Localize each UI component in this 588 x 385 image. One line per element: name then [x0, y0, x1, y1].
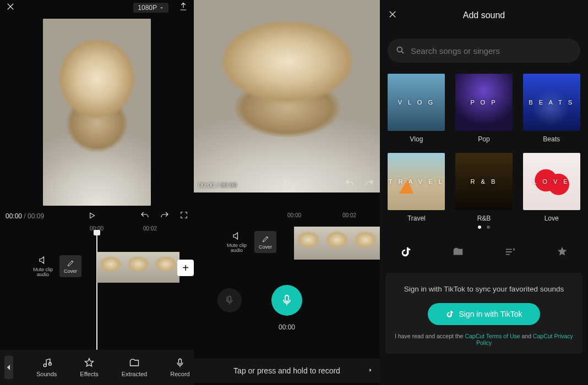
category-thumb: B E A T S [523, 74, 580, 131]
record-hint-bar[interactable]: Tap or press and hold to record [194, 359, 380, 383]
play-icon[interactable] [88, 211, 96, 222]
close-icon[interactable] [6, 2, 15, 14]
category-vlog[interactable]: V L O GVlog [388, 74, 445, 143]
tab-local[interactable] [452, 246, 464, 260]
chevron-right-icon [368, 366, 373, 376]
timeline-track[interactable]: Mute clip audio Cover + [0, 233, 194, 343]
category-label: Travel [407, 215, 426, 222]
category-r&b[interactable]: R & BR&B [455, 153, 513, 222]
page-dot[interactable] [478, 226, 481, 229]
video-clip[interactable] [97, 252, 179, 283]
cover-label: Cover [259, 244, 272, 250]
category-overlay-text: B E A T S [529, 99, 574, 106]
tab-label: Sounds [36, 371, 57, 377]
tab-tiktok[interactable] [400, 246, 412, 260]
undo-icon[interactable] [140, 211, 150, 222]
record-button[interactable] [271, 285, 302, 316]
voice-effects-button[interactable] [217, 288, 242, 312]
legal-text: I have read and accept the CapCut Terms … [393, 333, 575, 346]
cover-button[interactable]: Cover [59, 255, 81, 277]
video-preview [194, 0, 380, 193]
category-label: Love [545, 215, 559, 222]
tab-record[interactable]: Record [170, 358, 189, 377]
tab-label: Effects [80, 371, 98, 377]
redo-icon[interactable] [364, 178, 374, 190]
mute-clip-button[interactable]: Mute clip audio [31, 255, 55, 278]
category-grid: V L O GVlogP O PPopB E A T SBeatsT R A V… [380, 63, 588, 224]
category-label: R&B [477, 215, 491, 222]
track-tools: Mute clip audio Cover [0, 255, 81, 278]
page-dots[interactable] [380, 226, 588, 229]
category-overlay-text: T R A V E L [389, 178, 444, 185]
category-thumb: P O P [455, 74, 513, 131]
search-field[interactable] [411, 46, 573, 56]
duration: 00:09 [28, 212, 44, 220]
category-pop[interactable]: P O PPop [455, 74, 513, 143]
category-label: Beats [543, 135, 560, 143]
terms-link[interactable]: CapCut Terms of Use [465, 333, 520, 339]
search-icon [395, 45, 405, 57]
search-input[interactable] [388, 38, 580, 63]
category-overlay-text: R & B [471, 178, 498, 185]
back-button[interactable] [4, 356, 13, 379]
tab-playlist[interactable] [504, 246, 516, 260]
ruler-tick: 00:02 [143, 226, 157, 232]
tab-effects[interactable]: Effects [80, 358, 98, 377]
svg-rect-2 [178, 359, 181, 364]
preview-area[interactable] [0, 15, 194, 207]
sound-header: Add sound [380, 0, 588, 31]
record-elapsed: 00:00 [194, 323, 380, 331]
track-tools: Mute clip audio Cover [194, 231, 276, 254]
category-overlay-text: L O V E [533, 178, 570, 185]
video-clip[interactable] [294, 227, 380, 260]
svg-rect-4 [285, 295, 288, 301]
signin-prompt: Sign in with TikTok to sync your favorit… [393, 285, 575, 293]
timeline-playhead[interactable] [96, 233, 97, 354]
tab-sounds[interactable]: Sounds [36, 358, 57, 377]
playhead-time: 00:00 [6, 212, 22, 220]
svg-point-0 [43, 364, 46, 367]
category-beats[interactable]: B E A T SBeats [522, 74, 580, 143]
category-label: Pop [478, 135, 489, 143]
cover-label: Cover [64, 268, 77, 274]
ruler-tick: 00:02 [342, 212, 356, 218]
category-thumb: R & B [455, 153, 513, 210]
mute-clip-label: Mute clip audio [31, 267, 55, 278]
plus-icon: + [182, 262, 189, 274]
bottom-tabbar: Sounds Effects Extracted Record [0, 350, 194, 385]
category-thumb: L O V E [523, 153, 580, 210]
svg-rect-3 [228, 296, 231, 301]
playback-bar: 00:00 / 00:09 [0, 207, 194, 226]
category-love[interactable]: L O V ELove [522, 153, 580, 222]
add-sound-panel: Add sound V L O GVlogP O PPopB E A T SBe… [380, 0, 588, 385]
timeline-ruler[interactable]: 00:00 00:02 [194, 212, 380, 221]
tiktok-signin-card: Sign in with TikTok to sync your favorit… [385, 273, 582, 354]
category-overlay-text: V L O G [398, 99, 435, 106]
play-icon[interactable] [282, 178, 292, 190]
fullscreen-icon[interactable] [179, 211, 188, 222]
export-icon[interactable] [178, 2, 188, 14]
tab-extracted[interactable]: Extracted [122, 358, 147, 377]
svg-point-5 [397, 47, 402, 52]
undo-icon[interactable] [345, 178, 355, 190]
timeline-track[interactable]: Mute clip audio Cover [194, 221, 380, 274]
editor-topbar: 1080P [0, 0, 194, 15]
preview-area[interactable]: 00:00 / 00:09 [194, 0, 380, 193]
redo-icon[interactable] [160, 211, 170, 222]
signin-tiktok-button[interactable]: Sign in with TikTok [428, 303, 540, 325]
ruler-tick: 00:00 [287, 212, 301, 218]
category-travel[interactable]: T R A V E LTravel [388, 153, 445, 222]
mute-clip-button[interactable]: Mute clip audio [225, 231, 249, 254]
category-thumb: T R A V E L [388, 153, 445, 210]
tab-favorites[interactable] [556, 246, 568, 260]
resolution-button[interactable]: 1080P [133, 3, 168, 13]
page-dot[interactable] [487, 226, 490, 229]
mute-clip-label: Mute clip audio [225, 243, 249, 254]
sound-source-tabs [380, 237, 588, 270]
signin-button-label: Sign in with TikTok [459, 310, 522, 318]
page-title: Add sound [380, 10, 588, 20]
close-icon[interactable] [388, 9, 398, 21]
cover-button[interactable]: Cover [254, 231, 276, 253]
video-preview [43, 19, 151, 206]
add-clip-button[interactable]: + [177, 260, 194, 276]
